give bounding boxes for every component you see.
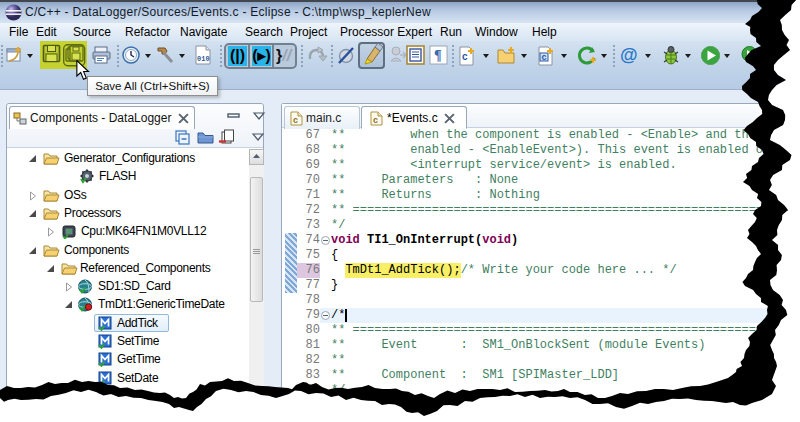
svg-text:c: c xyxy=(542,52,547,62)
svg-text:c: c xyxy=(373,115,378,125)
svg-text:¶: ¶ xyxy=(434,48,442,63)
svg-text:c: c xyxy=(293,115,298,125)
svg-text:010: 010 xyxy=(197,55,210,63)
svg-text:c: c xyxy=(462,51,468,62)
